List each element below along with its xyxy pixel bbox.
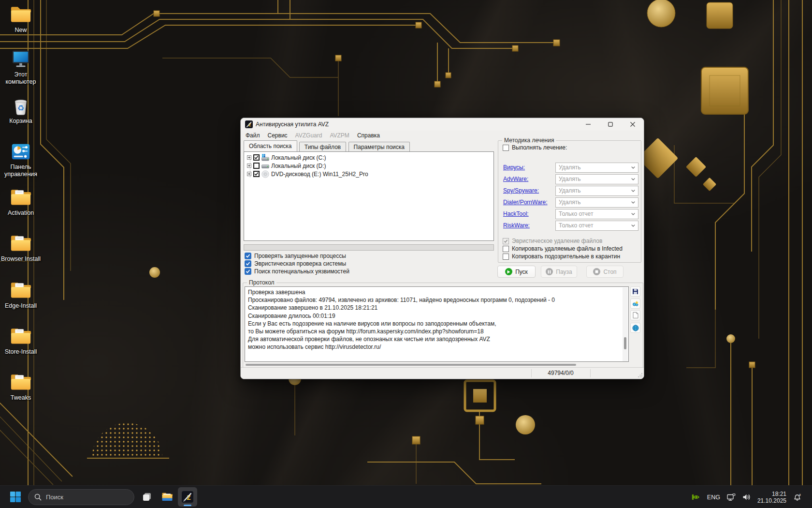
advware-action-dropdown[interactable]: Удалять (555, 174, 638, 184)
checkbox-checked[interactable] (245, 268, 251, 275)
desktop-icon-tweaks[interactable]: Tweaks (0, 372, 42, 402)
check-icon (504, 239, 508, 243)
log-line: Для автоматической проверки файлов, не о… (248, 335, 625, 343)
desktop-icon-label: New (0, 27, 42, 34)
dialer-action-dropdown[interactable]: Удалять (555, 197, 638, 208)
chevron-down-icon (631, 178, 635, 180)
option-label: Эвристическое удаление файлов (512, 238, 602, 244)
desktop-icon-browser-install[interactable]: Browser Install (0, 233, 42, 263)
tree-checkbox-checked[interactable] (253, 171, 260, 177)
vertical-scrollbar[interactable] (623, 287, 628, 361)
tree-row-drive-c[interactable]: Локальный диск (C:) (245, 153, 493, 162)
treatment-row-riskware: RiskWare: Только отчет (503, 220, 638, 231)
tab-search-params[interactable]: Параметры поиска (348, 142, 410, 151)
close-button[interactable] (622, 118, 644, 131)
scrollbar-thumb[interactable] (246, 364, 576, 366)
network-icon[interactable] (727, 493, 736, 501)
volume-icon[interactable] (742, 493, 751, 501)
desktop-icon-this-pc[interactable]: Этот компьютер (0, 48, 42, 86)
file-explorer-icon (161, 491, 173, 503)
enable-treatment-option[interactable]: Выполнять лечение: (503, 144, 567, 151)
notification-bell-icon[interactable]: z (793, 493, 801, 501)
menu-help[interactable]: Справка (353, 131, 384, 140)
dialer-link[interactable]: Dialer/PornWare: (503, 199, 548, 206)
treatment-groupbox: Методика лечения Выполнять лечение: Виру… (498, 140, 641, 263)
tree-checkbox-unchecked[interactable] (253, 163, 260, 169)
option-label: Эвристическая проверка системы (254, 260, 346, 267)
hacktool-action-dropdown[interactable]: Только отчет (555, 209, 638, 219)
hacktool-link[interactable]: HackTool: (503, 210, 529, 217)
option-copy-suspicious[interactable]: Копировать подозрительные в карантин (503, 253, 623, 260)
language-indicator[interactable]: ENG (707, 494, 720, 501)
save-icon (632, 288, 638, 295)
web-service-button[interactable] (630, 323, 640, 333)
minimize-button[interactable] (577, 118, 599, 131)
spyware-action-dropdown[interactable]: Удалять (555, 186, 638, 196)
search-input[interactable] (46, 493, 118, 501)
control-panel-icon (10, 141, 32, 163)
spyware-link[interactable]: Spy/Spyware: (503, 187, 539, 194)
avz-window: Z Антивирусная утилита AVZ Файл Сервис (240, 118, 644, 379)
checkbox-checked[interactable] (245, 253, 251, 259)
title-bar[interactable]: Z Антивирусная утилита AVZ (241, 118, 644, 131)
desktop-icon-store-install[interactable]: Store-Install (0, 326, 42, 356)
desktop-icon-label: Edge-Install (0, 302, 42, 310)
check-icon (246, 269, 250, 274)
check-icon (246, 261, 250, 266)
tree-checkbox-checked[interactable] (253, 154, 260, 161)
viruses-link[interactable]: Вирусы: (503, 164, 525, 171)
option-heuristic-check[interactable]: Эвристическая проверка системы (245, 260, 349, 268)
svg-text:♻: ♻ (17, 104, 25, 112)
menu-avzpm: AVZPM (326, 131, 353, 140)
desktop-icon-activation[interactable]: Activation (0, 187, 42, 217)
checkbox-unchecked[interactable] (503, 246, 509, 252)
search-log-button[interactable] (630, 299, 640, 309)
option-check-processes[interactable]: Проверять запущенные процессы (245, 252, 349, 260)
tab-file-types[interactable]: Типы файлов (299, 142, 346, 151)
folder-icon (10, 187, 32, 209)
expand-icon[interactable] (247, 155, 251, 160)
menu-service[interactable]: Сервис (264, 131, 291, 140)
open-document-button[interactable] (630, 310, 640, 320)
resize-grip[interactable] (638, 373, 643, 378)
desktop-icon-control-panel[interactable]: Панель управления (0, 141, 42, 178)
scrollbar-thumb[interactable] (624, 337, 626, 349)
riskware-action-dropdown[interactable]: Только отчет (555, 221, 638, 231)
start-button[interactable]: Пуск (497, 266, 536, 278)
checkbox-unchecked[interactable] (503, 254, 509, 260)
tab-search-area[interactable]: Область поиска (244, 140, 297, 151)
system-drive-icon (261, 154, 269, 162)
save-log-button[interactable] (630, 286, 640, 297)
task-view-button[interactable] (137, 487, 157, 507)
riskware-link[interactable]: RiskWare: (503, 222, 530, 229)
checkbox-checked[interactable] (245, 260, 251, 267)
taskbar-clock[interactable]: 18:21 21.10.2025 (757, 491, 786, 504)
expand-icon[interactable] (247, 164, 251, 168)
file-explorer-button[interactable] (158, 487, 177, 507)
start-button[interactable] (6, 487, 25, 507)
taskbar: Z ENG (0, 485, 812, 508)
desktop-icon-new[interactable]: New (0, 4, 42, 34)
advware-link[interactable]: AdvWare: (503, 176, 528, 182)
horizontal-scrollbar[interactable] (245, 363, 629, 367)
menu-file[interactable]: Файл (242, 131, 264, 140)
drive-tree[interactable]: Локальный диск (C:) Локальный диск (D:) (244, 151, 494, 241)
checkbox-checked-disabled (503, 238, 509, 244)
protocol-log[interactable]: Проверка завершена Просканировано файлов… (245, 286, 629, 362)
avz-taskbar-button[interactable]: Z (178, 487, 197, 507)
viruses-action-dropdown[interactable]: Удалять (555, 163, 638, 173)
tree-row-dvd-e[interactable]: DVD-дисковод (E:) Win11_25H2_Pro (245, 170, 493, 178)
log-line: Просканировано файлов: 49794, извлечено … (248, 296, 625, 304)
desktop-icon-recycle-bin[interactable]: ♻ Корзина (0, 95, 42, 125)
computer-icon (10, 48, 32, 71)
log-line: Сканирование длилось 00:01:19 (248, 312, 625, 320)
tree-row-drive-d[interactable]: Локальный диск (D:) (245, 162, 493, 170)
option-copy-deleted[interactable]: Копировать удаляемые файлы в Infected (503, 245, 623, 253)
maximize-button[interactable] (599, 118, 622, 131)
option-vulnerability-search[interactable]: Поиск потенциальных уязвимостей (245, 268, 349, 275)
desktop-icon-edge-install[interactable]: Edge-Install (0, 280, 42, 310)
expand-icon[interactable] (247, 172, 251, 176)
checkbox-unchecked[interactable] (503, 145, 509, 151)
taskbar-search[interactable] (28, 489, 134, 505)
nvidia-tray-icon[interactable] (692, 494, 700, 500)
